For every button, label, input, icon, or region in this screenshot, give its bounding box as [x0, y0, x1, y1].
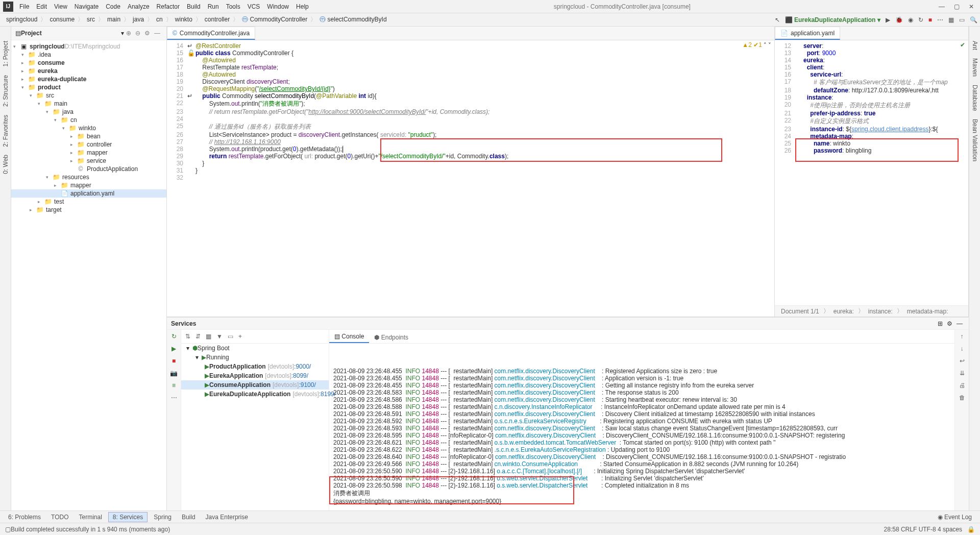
right-tab[interactable]: Bean Validation [970, 115, 979, 165]
left-tab[interactable]: 0: Web [1, 151, 10, 178]
menu-help[interactable]: Help [293, 2, 312, 11]
status-position[interactable]: 28:58 CRLF UTF-8 4 spaces [884, 526, 962, 533]
tab-commodity-controller[interactable]: ©CommodityController.java [167, 27, 255, 40]
menu-tools[interactable]: Tools [223, 2, 243, 11]
menu-analyze[interactable]: Analyze [125, 2, 153, 11]
breadcrumbs[interactable]: springcloud〉consume〉src〉main〉java〉cn〉win… [4, 15, 389, 24]
lock-icon[interactable]: 🔒 [962, 526, 975, 533]
right-tab[interactable]: Maven [970, 54, 979, 81]
inspections-summary[interactable]: ▲2 ✔1 ˄ ˅ [742, 41, 771, 48]
services-layout-icon[interactable]: ⊞ [936, 320, 945, 327]
bottom-tab-services[interactable]: 8: Services [108, 512, 148, 522]
breadcrumb-item[interactable]: consume [47, 16, 77, 23]
breadcrumb-item[interactable]: winkto [173, 16, 194, 23]
project-tree[interactable]: ▾▣springcloud D:\ITEM\springcloud ▾📁.ide… [11, 40, 166, 510]
breadcrumb-item[interactable]: ⓜ CommodityController [240, 16, 309, 23]
search-icon[interactable]: 🔍 [967, 16, 980, 23]
bottom-tab-java-enterprise[interactable]: Java Enterprise [202, 513, 252, 522]
tree-node[interactable]: ▾📁main [11, 100, 166, 108]
more-icon[interactable]: ⋯ [171, 394, 177, 401]
breadcrumb-item[interactable]: cn [154, 16, 165, 23]
breadcrumb-item[interactable]: main [105, 16, 122, 23]
page-icon[interactable]: ▭ [957, 16, 967, 23]
menu-window[interactable]: Window [264, 2, 292, 11]
app-item[interactable]: ▶ EurekaDuplicateApplication[devtools] :… [181, 390, 329, 399]
left-tab[interactable]: 1: Project [1, 37, 10, 71]
app-item[interactable]: ▶ ConsumeApplication[devtools] :9100/ [181, 380, 329, 390]
menu-edit[interactable]: Edit [33, 2, 50, 11]
breadcrumb-item[interactable]: src [85, 16, 97, 23]
console-log[interactable]: 2021-08-09 23:26:48.455 INFO 14848 --- [… [329, 344, 954, 510]
tab-console[interactable]: ▤ Console [329, 331, 369, 343]
up-icon[interactable]: ↑ [961, 333, 964, 340]
tree-node[interactable]: ▾📁product [11, 83, 166, 91]
run-icon[interactable]: ▶ [883, 16, 893, 23]
menu-refactor[interactable]: Refactor [154, 2, 183, 11]
code-editor-left[interactable]: ▲2 ✔1 ˄ ˅ 14↵@RestController15🔓public cl… [167, 40, 774, 317]
collapse-icon[interactable]: ⊕ [124, 30, 133, 37]
close-icon[interactable]: ✕ [969, 3, 974, 10]
tree-node[interactable]: ▸📁eureka-duplicate [11, 75, 166, 83]
scroll-icon[interactable]: ⇊ [960, 370, 965, 377]
nav-back-icon[interactable]: ↖ [772, 16, 782, 23]
stop-icon[interactable]: ■ [926, 16, 935, 23]
run-icon[interactable]: ▶ [172, 345, 176, 352]
hide-icon[interactable]: — [152, 30, 162, 37]
tree-node[interactable]: ▸📁test [11, 198, 166, 206]
tree-node[interactable]: ▾📁winkto [11, 124, 166, 132]
services-gear-icon[interactable]: ⚙ [945, 320, 954, 327]
right-tab[interactable]: Ant [970, 37, 979, 54]
tree-node[interactable]: ▾📁cn [11, 116, 166, 124]
tree-node[interactable]: ▸📁eureka [11, 67, 166, 75]
tree-node[interactable]: ▸📁controller [11, 140, 166, 149]
grid-icon[interactable]: ▦ [206, 333, 211, 340]
expand-icon[interactable]: ⇅ [185, 333, 190, 340]
services-tree[interactable]: ⇅ ⇵ ▦ ▼ ▭ + ▾⬢ Spring Boot ▾▶ Running ▶ … [181, 330, 329, 510]
tab-endpoints[interactable]: ⬢ Endpoints [369, 332, 413, 343]
tree-node[interactable]: ▸📁mapper [11, 181, 166, 189]
tree-node[interactable]: ▾📁java [11, 108, 166, 116]
coverage-icon[interactable]: ◉ [905, 16, 916, 23]
bottom-tab-problems[interactable]: 6: Problems [4, 513, 45, 522]
bottom-tab-terminal[interactable]: Terminal [75, 513, 106, 522]
breadcrumb-item[interactable]: java [131, 16, 146, 23]
menu-code[interactable]: Code [103, 2, 124, 11]
wrap-icon[interactable]: ↩ [960, 357, 965, 364]
tree-node[interactable]: ▸📁consume [11, 59, 166, 67]
code-editor-right[interactable]: ✔ 12server:13 port: 900014eureka:15 clie… [775, 40, 968, 305]
run-config-dropdown[interactable]: ⬛ EurekaDuplicateApplication ▾ [782, 16, 883, 23]
filter-icon[interactable]: ≡ [172, 382, 176, 389]
print-icon[interactable]: 🖨 [959, 382, 965, 389]
clear-icon[interactable]: 🗑 [959, 394, 965, 401]
layout-icon[interactable]: ▭ [228, 333, 233, 340]
tree-node[interactable]: 📄application.yaml [11, 189, 166, 198]
tree-node[interactable]: ▾📁src [11, 91, 166, 100]
camera-icon[interactable]: 📷 [170, 370, 178, 377]
bottom-tab-todo[interactable]: TODO [47, 513, 72, 522]
menu-vcs[interactable]: VCS [244, 2, 263, 11]
tree-node[interactable]: ▸📁service [11, 157, 166, 165]
debug-icon[interactable]: 🐞 [893, 16, 905, 23]
tab-application-yaml[interactable]: 📄application.yaml [775, 27, 840, 40]
menu-view[interactable]: View [51, 2, 70, 11]
tree-node[interactable]: ▸📁bean [11, 132, 166, 140]
rerun-icon[interactable]: ↻ [172, 333, 177, 340]
bottom-tab-spring[interactable]: Spring [150, 513, 176, 522]
menu-build[interactable]: Build [184, 2, 204, 11]
vcs-icon[interactable]: ⋯ [935, 16, 946, 23]
services-hide-icon[interactable]: — [954, 320, 965, 327]
minimize-icon[interactable]: — [939, 3, 945, 10]
tree-node[interactable]: ▸📁target [11, 206, 166, 214]
left-tab[interactable]: 2: Favorites [1, 111, 10, 151]
down-icon[interactable]: ↓ [961, 345, 964, 352]
gear-icon[interactable]: ⚙ [142, 30, 152, 37]
app-item[interactable]: ▶ ProductApplication[devtools] :9000/ [181, 362, 329, 371]
stop-icon[interactable]: ■ [172, 357, 176, 364]
maximize-icon[interactable]: ▢ [954, 3, 960, 10]
profile-icon[interactable]: ↻ [916, 16, 926, 23]
menu-run[interactable]: Run [205, 2, 222, 11]
menu-navigate[interactable]: Navigate [71, 2, 102, 11]
filter-icon[interactable]: ▼ [216, 333, 223, 340]
tree-node[interactable]: ▾📁resources [11, 173, 166, 181]
tree-node[interactable]: ▸📁mapper [11, 149, 166, 157]
